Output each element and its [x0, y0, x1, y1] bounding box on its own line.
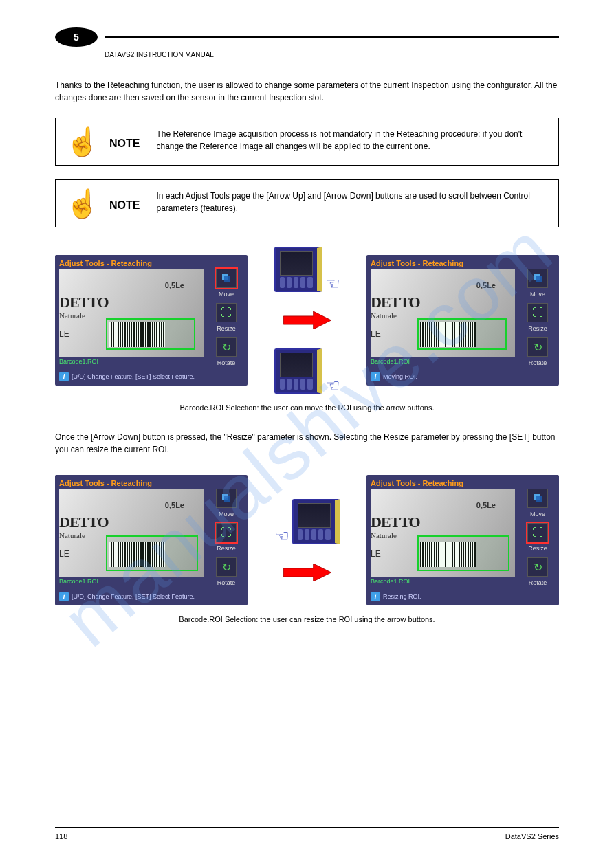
- tool-resize-button[interactable]: ⛶: [216, 523, 237, 542]
- chapter-number-badge: 5: [55, 27, 98, 47]
- tool-resize-label: Resize: [217, 545, 236, 552]
- shot-title: Adjust Tools - Reteaching: [371, 479, 555, 487]
- label-bottle-size: 0,5Le: [165, 281, 184, 289]
- label-le: LE: [59, 549, 69, 559]
- svg-rect-4: [536, 276, 542, 282]
- header-rule: [105, 36, 559, 38]
- chapter-title: DATAVS2 INSTRUCTION MANUAL: [105, 51, 559, 58]
- tool-rotate-label: Rotate: [529, 579, 547, 586]
- roi-rectangle: [417, 535, 509, 571]
- label-bottle-size: 0,5Le: [165, 501, 184, 509]
- tool-rotate-button[interactable]: ↻: [216, 337, 237, 357]
- label-bottle-size: 0,5Le: [476, 281, 496, 289]
- status-text: Moving ROI.: [383, 373, 417, 380]
- note-box-2: ☝ NOTE In each Adjust Tools page the [Ar…: [55, 179, 559, 227]
- roi-label: Barcode1.ROI: [371, 578, 516, 585]
- red-arrow-icon: [283, 311, 331, 329]
- label-le: LE: [59, 329, 69, 339]
- pointing-hand-icon: ☜: [325, 276, 340, 292]
- label-bottle-size: 0,5Le: [476, 501, 496, 509]
- tool-resize-label: Resize: [217, 325, 236, 332]
- footer-brand: DataVS2 Series: [505, 832, 559, 841]
- note-hand-icon: ☝: [65, 190, 93, 217]
- pointing-hand-icon: ☞: [274, 528, 289, 544]
- svg-marker-2: [283, 311, 331, 329]
- tool-resize-button[interactable]: ⛶: [216, 303, 237, 322]
- tool-rotate-label: Rotate: [217, 359, 236, 366]
- page-number: 118: [55, 832, 67, 841]
- tool-move-button[interactable]: [216, 269, 237, 288]
- tool-rotate-button[interactable]: ↻: [527, 557, 548, 577]
- note-hand-icon: ☝: [65, 128, 93, 155]
- roi-label: Barcode1.ROI: [371, 358, 516, 365]
- shot-title: Adjust Tools - Reteaching: [371, 259, 555, 267]
- note-box-1: ☝ NOTE The Reference Image acquisition p…: [55, 118, 559, 166]
- roi-rectangle: [106, 535, 198, 571]
- label-naturale: Naturale: [59, 531, 85, 539]
- device-illustration: [274, 247, 322, 292]
- note-text: In each Adjust Tools page the [Arrow Up]…: [156, 190, 546, 217]
- label-le: LE: [371, 549, 381, 559]
- screenshot-move-before: Adjust Tools - Reteaching DETTO Naturale…: [55, 255, 248, 386]
- label-detto: DETTO: [59, 513, 109, 531]
- shot-title: Adjust Tools - Reteaching: [59, 259, 243, 267]
- figure-caption-2: Barcode.ROI Selection: the user can resi…: [55, 615, 559, 623]
- shot-image: DETTO Naturale LE 0,5Le: [371, 269, 515, 357]
- shot-status-bar: i Moving ROI.: [371, 372, 555, 381]
- roi-rectangle: [417, 318, 507, 350]
- tool-rotate-button[interactable]: ↻: [527, 337, 548, 357]
- red-arrow-icon: [283, 564, 331, 581]
- svg-rect-6: [224, 496, 230, 502]
- tool-move-label: Move: [219, 291, 234, 298]
- svg-marker-7: [283, 564, 331, 581]
- tool-rotate-label: Rotate: [529, 359, 547, 366]
- svg-rect-9: [536, 496, 542, 502]
- tool-move-label: Move: [219, 511, 234, 518]
- svg-rect-1: [224, 276, 230, 282]
- info-icon: i: [371, 372, 380, 381]
- roi-rectangle: [106, 318, 195, 350]
- roi-label: Barcode1.ROI: [59, 578, 205, 585]
- info-icon: i: [59, 372, 69, 381]
- label-detto: DETTO: [59, 293, 109, 311]
- shot-image: DETTO Naturale LE 0,5Le: [59, 269, 204, 357]
- label-detto: DETTO: [371, 293, 420, 311]
- label-le: LE: [371, 329, 381, 339]
- tool-resize-label: Resize: [528, 325, 547, 332]
- label-detto: DETTO: [371, 513, 420, 531]
- figure-row-1: Adjust Tools - Reteaching DETTO Naturale…: [55, 247, 559, 394]
- shot-image: DETTO Naturale LE 0,5Le: [59, 489, 204, 577]
- intro-paragraph: Thanks to the Reteaching function, the u…: [55, 79, 559, 104]
- device-illustration: [274, 348, 322, 394]
- note-label: NOTE: [109, 137, 140, 150]
- tool-rotate-button[interactable]: ↻: [216, 557, 237, 577]
- label-naturale: Naturale: [371, 311, 397, 320]
- screenshot-resize-before: Adjust Tools - Reteaching DETTO Naturale…: [55, 475, 248, 605]
- shot-status-bar: i [U/D] Change Feature, [SET] Select Fea…: [59, 372, 243, 381]
- screenshot-resize-after: Adjust Tools - Reteaching DETTO Naturale…: [366, 475, 559, 605]
- shot-image: DETTO Naturale LE 0,5Le: [371, 489, 515, 577]
- info-icon: i: [59, 592, 69, 601]
- figure-row-2: Adjust Tools - Reteaching DETTO Naturale…: [55, 475, 559, 605]
- tool-move-button[interactable]: [527, 489, 548, 508]
- shot-status-bar: i [U/D] Change Feature, [SET] Select Fea…: [59, 592, 243, 601]
- chapter-header: 5: [55, 27, 559, 47]
- tool-resize-button[interactable]: ⛶: [527, 523, 548, 542]
- page-footer: 118 DataVS2 Series: [55, 827, 559, 841]
- tool-resize-button[interactable]: ⛶: [527, 303, 548, 322]
- info-icon: i: [371, 592, 380, 601]
- screenshot-move-after: Adjust Tools - Reteaching DETTO Naturale…: [366, 255, 559, 386]
- device-illustration: [292, 499, 340, 544]
- tool-move-button[interactable]: [216, 489, 237, 508]
- status-text: [U/D] Change Feature, [SET] Select Featu…: [72, 373, 195, 380]
- tool-move-button[interactable]: [527, 269, 548, 288]
- tool-rotate-label: Rotate: [217, 579, 236, 586]
- shot-status-bar: i Resizing ROI.: [371, 592, 555, 601]
- middle-paragraph: Once the [Arrow Down] button is pressed,…: [55, 431, 559, 456]
- label-naturale: Naturale: [371, 531, 397, 539]
- figure-caption-1: Barcode.ROI Selection: the user can move…: [55, 403, 559, 412]
- note-label: NOTE: [109, 199, 140, 212]
- tool-move-label: Move: [530, 291, 545, 298]
- label-naturale: Naturale: [59, 311, 85, 320]
- tool-resize-label: Resize: [528, 545, 547, 552]
